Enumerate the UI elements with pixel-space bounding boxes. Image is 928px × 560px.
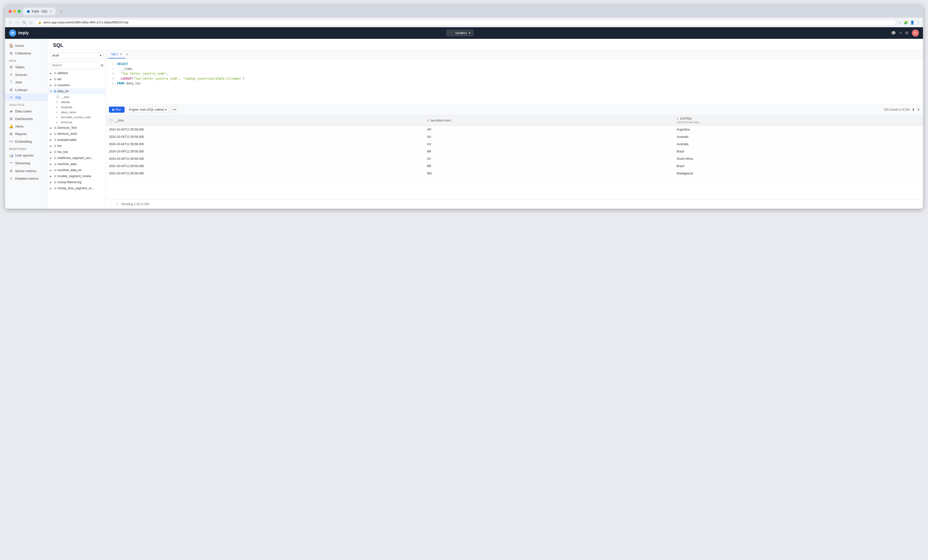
sidebar-item-lookups[interactable]: ⊞ Lookups — [5, 86, 48, 93]
minimize-dot[interactable] — [13, 10, 16, 13]
table-row: 2024-10-04T11:59:56.000 BR Brazil — [106, 148, 923, 155]
table-icon: ⊞ — [54, 180, 56, 184]
browser-tab[interactable]: 🔵 Imply - SQL ✕ — [23, 8, 55, 15]
sidebar-label-servermetrics: Server metrics — [15, 169, 36, 173]
new-tab-button[interactable]: + — [125, 51, 130, 58]
sidebar-item-servermetrics[interactable]: ⚙ Server metrics — [5, 167, 48, 175]
sidebar-label-collections: Collections — [15, 52, 31, 55]
chevron-right-icon: ▶ — [50, 138, 53, 142]
profile-icon[interactable]: 👤 — [910, 20, 914, 24]
lines-icon: ≡ — [56, 116, 60, 119]
schema-selector[interactable]: druid ▾ — [50, 52, 104, 58]
table-item-intellimize[interactable]: ▶ ⊞ intellimize_segment_revi... — [48, 155, 106, 161]
back-button[interactable]: ← — [8, 20, 13, 25]
table-item-mckay-bros[interactable]: ▶ ⊞ mckay_bros_segment_re... — [48, 185, 106, 191]
sql-tab-1[interactable]: Tab 1 ✕ — [108, 50, 125, 58]
chevron-right-icon: ▶ — [50, 78, 53, 81]
sidebar-item-sources[interactable]: ≡ Sources — [5, 71, 48, 78]
tab-label: Tab 1 — [111, 52, 118, 56]
table-item-mckay-filtered[interactable]: ▶ ⊞ mckay-filtered-log — [48, 179, 106, 185]
tab-close-button[interactable]: ✕ — [50, 10, 52, 13]
table-icon: ⊞ — [54, 162, 56, 166]
chat-button[interactable]: 💬 — [891, 31, 896, 35]
header-right: 💬 ? ⚙ H — [891, 29, 919, 37]
close-results-button[interactable]: ✕ — [917, 108, 920, 112]
sidebar-label-sql: SQL — [15, 96, 22, 99]
settings-button[interactable]: ⚙ — [905, 31, 908, 35]
page-title: SQL — [53, 43, 918, 48]
dashboards-icon: ⊞ — [9, 117, 13, 121]
table-item-demicon-test[interactable]: ▶ ⊞ Demicon_Test — [48, 125, 106, 131]
run-button[interactable]: ▶ Run — [109, 107, 125, 113]
table-name: intellimize_segment_revi... — [58, 156, 93, 160]
table-search-input[interactable] — [50, 62, 99, 68]
main-content: SQL druid ▾ — [48, 39, 923, 208]
app-body: 🏠 Home ⊞ Collections DATA ⊞ Tables ≡ Sou… — [5, 39, 923, 208]
sidebar-label-home: Home — [15, 44, 24, 48]
table-item-data-loc[interactable]: ▼ ⊞ data_loc — [48, 88, 106, 94]
table-item-machine-data-tm[interactable]: ▶ ⊞ machine_data_tm — [48, 167, 106, 173]
table-item-demicon-test2[interactable]: ▶ ⊞ demicon_test2 — [48, 131, 106, 137]
more-options-button[interactable]: ••• — [171, 107, 178, 113]
alerts-icon: 🔔 — [9, 124, 13, 128]
column-name: two-letter_country_code — [61, 116, 90, 119]
sidebar-item-tables[interactable]: ⊞ Tables — [5, 63, 48, 71]
sidebar-item-detailedmetrics[interactable]: ≡ Detailed metrics — [5, 175, 48, 182]
chevron-right-icon: ▶ — [50, 163, 53, 166]
column-name: place_name — [61, 111, 76, 114]
cell-time: 2024-10-04T11:59:56.000 — [106, 126, 424, 133]
download-button[interactable]: ⬇ — [912, 108, 915, 112]
sidebar-label-userqueries: User queries — [15, 154, 34, 157]
browser-toolbar: ← → ↻ ⌂ 🔒 demo.app.imply.io/eefc0886-b95… — [5, 18, 923, 27]
table-item-machine-data[interactable]: ▶ ⊞ machine_data — [48, 161, 106, 167]
user-avatar[interactable]: H — [912, 29, 919, 37]
sidebar-item-jobs[interactable]: ⊤ Jobs — [5, 78, 48, 86]
sidebar-item-dashboards[interactable]: ⊞ Dashboards — [5, 115, 48, 122]
cell-country: Australia — [673, 141, 923, 148]
sidebar-label-alerts: Alerts — [15, 125, 23, 128]
sidebar: 🏠 Home ⊞ Collections DATA ⊞ Tables ≡ Sou… — [5, 39, 48, 208]
sql-editor[interactable]: 1 SELECT 2 __time, 3 "two-letter_count — [106, 59, 923, 104]
table-item-foo[interactable]: ▶ ⊞ foo — [48, 143, 106, 149]
sidebar-item-alerts[interactable]: 🔔 Alerts — [5, 122, 48, 130]
col-header-country-code: ≡ two-letter-coun... — [424, 115, 673, 126]
close-dot[interactable] — [9, 10, 12, 13]
sidebar-item-embedding[interactable]: <> Embedding — [5, 138, 48, 145]
new-tab-button[interactable]: + — [58, 8, 64, 15]
table-item-ais[interactable]: ▶ ⊞ ais — [48, 76, 106, 82]
sidebar-item-home[interactable]: 🏠 Home — [5, 42, 48, 49]
next-page-button[interactable]: › — [115, 202, 119, 207]
table-item-hw-test[interactable]: ▶ ⊞ hw_test — [48, 149, 106, 155]
sidebar-item-sql[interactable]: ≡ SQL — [5, 93, 48, 101]
sidebar-label-detailedmetrics: Detailed metrics — [15, 177, 38, 180]
browser-titlebar: 🔵 Imply - SQL ✕ + — [5, 5, 923, 18]
prev-page-button[interactable]: ‹ — [109, 202, 113, 207]
run-bar: ▶ Run Engine: Auto (SQL-native) ▾ ••• 10… — [106, 104, 923, 115]
sidebar-item-userqueries[interactable]: 📊 User queries — [5, 151, 48, 159]
home-button[interactable]: ⌂ — [29, 20, 32, 25]
app: ⟳ imply ⬛ sandbox ▾ 💬 ? ⚙ H — [5, 27, 923, 208]
table-item-adlstest[interactable]: ▶ ⊞ adlstest — [48, 70, 106, 76]
bookmark-icon[interactable]: ☆ — [899, 20, 902, 24]
engine-selector[interactable]: Engine: Auto (SQL-native) ▾ — [127, 107, 169, 113]
extension-icon[interactable]: 🧩 — [904, 20, 908, 24]
reload-button[interactable]: ↻ — [22, 20, 27, 25]
sandbox-selector[interactable]: ⬛ sandbox ▾ — [446, 30, 473, 36]
sidebar-item-reports[interactable]: ⊞ Reports — [5, 130, 48, 138]
sidebar-item-datacubes[interactable]: ◈ Data cubes — [5, 107, 48, 115]
table-item-mcafee[interactable]: ▶ ⊞ mcafee_segment_review — [48, 173, 106, 179]
table-item-countries[interactable]: ▶ ⊞ countries — [48, 82, 106, 88]
sidebar-item-streaming[interactable]: 〜 Streaming — [5, 159, 48, 167]
forward-button[interactable]: → — [15, 20, 20, 25]
table-settings-button[interactable]: ⚙ — [101, 64, 104, 67]
table-item-example-table[interactable]: ▶ ⊞ example-table — [48, 137, 106, 143]
menu-icon[interactable]: ⋮ — [916, 20, 920, 24]
chevron-right-icon: ▶ — [50, 126, 53, 129]
tab-close-button[interactable]: ✕ — [120, 52, 122, 56]
tab-title: Imply - SQL — [32, 9, 48, 13]
url-bar[interactable]: 🔒 demo.app.imply.io/eefc0886-b95e-4f04-a… — [34, 19, 896, 26]
app-name: imply — [18, 31, 29, 35]
maximize-dot[interactable] — [18, 10, 21, 13]
sidebar-item-collections[interactable]: ⊞ Collections — [5, 49, 48, 57]
help-button[interactable]: ? — [899, 31, 902, 35]
